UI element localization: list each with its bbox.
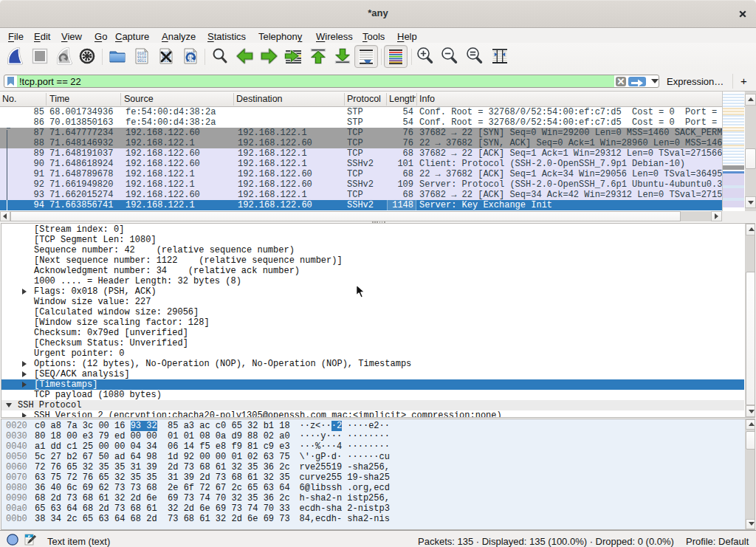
svg-text:0011: 0011 [137,59,146,63]
